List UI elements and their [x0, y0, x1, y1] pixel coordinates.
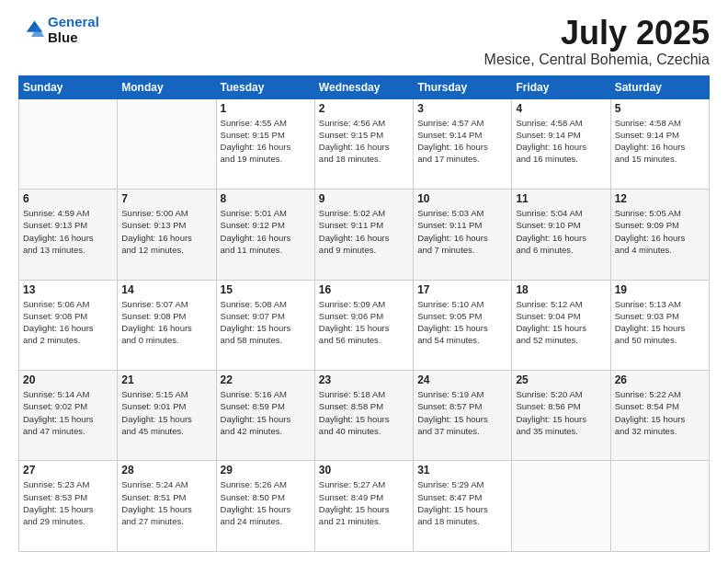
weekday-header-row: SundayMondayTuesdayWednesdayThursdayFrid…	[19, 75, 710, 98]
calendar-cell	[118, 98, 216, 189]
calendar-cell: 22Sunrise: 5:16 AM Sunset: 8:59 PM Dayli…	[216, 371, 314, 461]
calendar-cell: 8Sunrise: 5:01 AM Sunset: 9:12 PM Daylig…	[216, 190, 314, 280]
weekday-header: Wednesday	[314, 75, 413, 98]
calendar-cell: 31Sunrise: 5:29 AM Sunset: 8:47 PM Dayli…	[414, 461, 512, 552]
day-number: 27	[23, 464, 113, 477]
day-info: Sunrise: 5:22 AM Sunset: 8:54 PM Dayligh…	[615, 388, 705, 437]
day-number: 21	[121, 373, 211, 386]
day-info: Sunrise: 5:01 AM Sunset: 9:12 PM Dayligh…	[221, 207, 311, 256]
day-number: 1	[221, 102, 311, 115]
calendar-cell: 11Sunrise: 5:04 AM Sunset: 9:10 PM Dayli…	[512, 190, 610, 280]
day-info: Sunrise: 5:07 AM Sunset: 9:08 PM Dayligh…	[121, 298, 211, 347]
calendar-cell: 12Sunrise: 5:05 AM Sunset: 9:09 PM Dayli…	[610, 190, 709, 280]
weekday-header: Tuesday	[216, 75, 314, 98]
calendar-cell: 4Sunrise: 4:58 AM Sunset: 9:14 PM Daylig…	[512, 98, 610, 189]
day-info: Sunrise: 5:10 AM Sunset: 9:05 PM Dayligh…	[417, 298, 507, 347]
calendar: SundayMondayTuesdayWednesdayThursdayFrid…	[18, 75, 710, 552]
calendar-cell	[19, 98, 118, 189]
day-info: Sunrise: 5:20 AM Sunset: 8:56 PM Dayligh…	[516, 388, 606, 437]
calendar-week-row: 27Sunrise: 5:23 AM Sunset: 8:53 PM Dayli…	[19, 461, 710, 552]
day-info: Sunrise: 5:14 AM Sunset: 9:02 PM Dayligh…	[23, 388, 113, 437]
day-info: Sunrise: 5:18 AM Sunset: 8:58 PM Dayligh…	[319, 388, 409, 437]
day-number: 7	[121, 192, 211, 205]
calendar-cell: 6Sunrise: 4:59 AM Sunset: 9:13 PM Daylig…	[19, 190, 118, 280]
location-title: Mesice, Central Bohemia, Czechia	[484, 52, 710, 68]
calendar-cell: 24Sunrise: 5:19 AM Sunset: 8:57 PM Dayli…	[414, 371, 512, 461]
day-info: Sunrise: 5:27 AM Sunset: 8:49 PM Dayligh…	[319, 478, 409, 527]
day-number: 16	[319, 283, 409, 296]
day-number: 25	[516, 373, 606, 386]
day-number: 23	[319, 373, 409, 386]
day-number: 9	[319, 192, 409, 205]
day-number: 17	[417, 283, 507, 296]
day-number: 14	[121, 283, 211, 296]
weekday-header: Thursday	[414, 75, 512, 98]
day-info: Sunrise: 4:58 AM Sunset: 9:14 PM Dayligh…	[615, 117, 705, 166]
calendar-cell: 18Sunrise: 5:12 AM Sunset: 9:04 PM Dayli…	[512, 280, 610, 370]
day-info: Sunrise: 5:04 AM Sunset: 9:10 PM Dayligh…	[516, 207, 606, 256]
day-number: 2	[319, 102, 409, 115]
calendar-cell: 3Sunrise: 4:57 AM Sunset: 9:14 PM Daylig…	[414, 98, 512, 189]
weekday-header: Sunday	[19, 75, 118, 98]
weekday-header: Friday	[512, 75, 610, 98]
weekday-header: Monday	[118, 75, 216, 98]
day-info: Sunrise: 5:00 AM Sunset: 9:13 PM Dayligh…	[121, 207, 211, 256]
day-number: 5	[615, 102, 705, 115]
day-info: Sunrise: 5:19 AM Sunset: 8:57 PM Dayligh…	[417, 388, 507, 437]
day-number: 10	[417, 192, 507, 205]
calendar-cell: 7Sunrise: 5:00 AM Sunset: 9:13 PM Daylig…	[118, 190, 216, 280]
calendar-cell: 29Sunrise: 5:26 AM Sunset: 8:50 PM Dayli…	[216, 461, 314, 552]
day-number: 22	[221, 373, 311, 386]
day-number: 31	[417, 464, 507, 477]
day-info: Sunrise: 4:59 AM Sunset: 9:13 PM Dayligh…	[23, 207, 113, 256]
day-number: 24	[417, 373, 507, 386]
day-info: Sunrise: 4:56 AM Sunset: 9:15 PM Dayligh…	[319, 117, 409, 166]
calendar-cell: 5Sunrise: 4:58 AM Sunset: 9:14 PM Daylig…	[610, 98, 709, 189]
day-number: 11	[516, 192, 606, 205]
calendar-cell: 30Sunrise: 5:27 AM Sunset: 8:49 PM Dayli…	[314, 461, 413, 552]
page: General Blue July 2025 Mesice, Central B…	[0, 0, 728, 563]
logo-icon	[18, 17, 44, 43]
logo: General Blue	[18, 15, 99, 45]
day-number: 26	[615, 373, 705, 386]
month-title: July 2025	[484, 15, 710, 52]
calendar-cell: 25Sunrise: 5:20 AM Sunset: 8:56 PM Dayli…	[512, 371, 610, 461]
day-number: 30	[319, 464, 409, 477]
day-number: 4	[516, 102, 606, 115]
day-number: 28	[121, 464, 211, 477]
day-info: Sunrise: 5:09 AM Sunset: 9:06 PM Dayligh…	[319, 298, 409, 347]
day-number: 29	[221, 464, 311, 477]
calendar-cell: 1Sunrise: 4:55 AM Sunset: 9:15 PM Daylig…	[216, 98, 314, 189]
day-info: Sunrise: 5:12 AM Sunset: 9:04 PM Dayligh…	[516, 298, 606, 347]
day-info: Sunrise: 4:57 AM Sunset: 9:14 PM Dayligh…	[417, 117, 507, 166]
day-number: 8	[221, 192, 311, 205]
weekday-header: Saturday	[610, 75, 709, 98]
logo-text: General Blue	[48, 15, 99, 45]
calendar-cell: 17Sunrise: 5:10 AM Sunset: 9:05 PM Dayli…	[414, 280, 512, 370]
day-info: Sunrise: 5:02 AM Sunset: 9:11 PM Dayligh…	[319, 207, 409, 256]
calendar-cell: 16Sunrise: 5:09 AM Sunset: 9:06 PM Dayli…	[314, 280, 413, 370]
calendar-cell: 9Sunrise: 5:02 AM Sunset: 9:11 PM Daylig…	[314, 190, 413, 280]
calendar-body: 1Sunrise: 4:55 AM Sunset: 9:15 PM Daylig…	[19, 98, 710, 551]
day-info: Sunrise: 5:06 AM Sunset: 9:08 PM Dayligh…	[23, 298, 113, 347]
day-number: 3	[417, 102, 507, 115]
calendar-week-row: 13Sunrise: 5:06 AM Sunset: 9:08 PM Dayli…	[19, 280, 710, 370]
calendar-cell: 28Sunrise: 5:24 AM Sunset: 8:51 PM Dayli…	[118, 461, 216, 552]
day-info: Sunrise: 5:29 AM Sunset: 8:47 PM Dayligh…	[417, 478, 507, 527]
day-number: 12	[615, 192, 705, 205]
calendar-cell: 21Sunrise: 5:15 AM Sunset: 9:01 PM Dayli…	[118, 371, 216, 461]
calendar-cell: 20Sunrise: 5:14 AM Sunset: 9:02 PM Dayli…	[19, 371, 118, 461]
day-number: 18	[516, 283, 606, 296]
calendar-cell: 19Sunrise: 5:13 AM Sunset: 9:03 PM Dayli…	[610, 280, 709, 370]
calendar-cell: 14Sunrise: 5:07 AM Sunset: 9:08 PM Dayli…	[118, 280, 216, 370]
calendar-cell: 23Sunrise: 5:18 AM Sunset: 8:58 PM Dayli…	[314, 371, 413, 461]
day-info: Sunrise: 5:15 AM Sunset: 9:01 PM Dayligh…	[121, 388, 211, 437]
day-info: Sunrise: 4:58 AM Sunset: 9:14 PM Dayligh…	[516, 117, 606, 166]
day-info: Sunrise: 4:55 AM Sunset: 9:15 PM Dayligh…	[221, 117, 311, 166]
day-info: Sunrise: 5:16 AM Sunset: 8:59 PM Dayligh…	[221, 388, 311, 437]
day-number: 20	[23, 373, 113, 386]
calendar-week-row: 20Sunrise: 5:14 AM Sunset: 9:02 PM Dayli…	[19, 371, 710, 461]
calendar-cell	[512, 461, 610, 552]
calendar-cell: 15Sunrise: 5:08 AM Sunset: 9:07 PM Dayli…	[216, 280, 314, 370]
day-number: 19	[615, 283, 705, 296]
